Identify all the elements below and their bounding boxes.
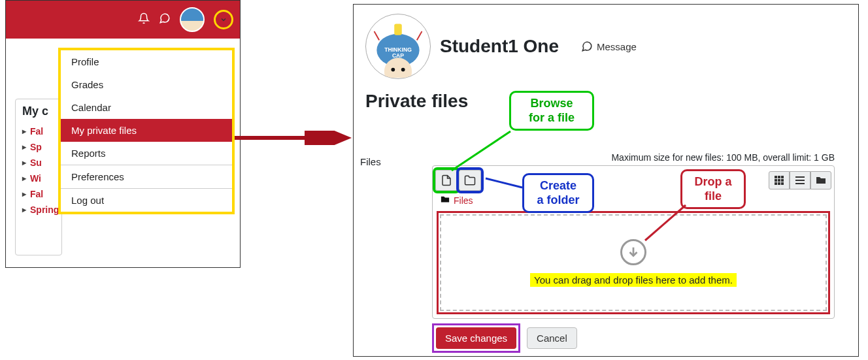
course-link[interactable]: Wi: [22, 173, 55, 184]
course-link[interactable]: Sp: [22, 142, 55, 152]
svg-text:THINKING: THINKING: [384, 46, 412, 53]
private-files-panel: THINKING CAP Student1 One Message Privat…: [353, 4, 859, 357]
user-dropdown: Profile Grades Calendar My private files…: [58, 48, 235, 214]
folder-solid-icon: [816, 175, 826, 186]
top-bar: [6, 1, 240, 39]
svg-rect-17: [778, 182, 780, 185]
message-link[interactable]: Message: [581, 41, 637, 52]
folder-solid-icon: [441, 195, 450, 206]
file-breadcrumb: Files: [433, 192, 834, 210]
svg-line-23: [486, 178, 522, 188]
avatar-large: THINKING CAP: [365, 14, 431, 79]
svg-rect-19: [795, 176, 805, 178]
upload-limit-text: Maximum size for new files: 100 MB, over…: [611, 152, 835, 163]
svg-line-22: [452, 131, 510, 171]
notifications-icon[interactable]: [138, 12, 150, 27]
svg-rect-12: [781, 176, 784, 178]
view-list-button[interactable]: [790, 171, 810, 189]
save-button[interactable]: Save changes: [436, 327, 516, 349]
svg-point-6: [391, 68, 395, 72]
course-link[interactable]: Fal: [22, 189, 55, 199]
course-link[interactable]: Su: [22, 157, 55, 168]
callout-tail: [643, 204, 688, 243]
my-courses-block: My c Fal Sp Su Wi Fal Spring 2020: [15, 99, 62, 255]
callout-drop: Drop a file: [680, 169, 746, 209]
svg-rect-11: [778, 176, 780, 178]
file-icon: [441, 174, 452, 186]
menu-reports[interactable]: Reports: [61, 142, 232, 165]
menu-preferences[interactable]: Preferences: [61, 165, 232, 188]
svg-point-7: [401, 68, 405, 72]
file-dropzone[interactable]: You can drag and drop files here to add …: [440, 214, 827, 311]
highlight-save: Save changes: [432, 323, 520, 353]
nav-panel: Profile Grades Calendar My private files…: [5, 0, 241, 268]
svg-rect-16: [775, 182, 777, 185]
svg-line-8: [375, 31, 380, 40]
svg-rect-14: [778, 179, 780, 182]
callout-tail: [484, 176, 524, 191]
page-title: Private files: [365, 91, 468, 112]
callout-browse: Browse for a file: [509, 91, 594, 131]
cancel-button[interactable]: Cancel: [527, 327, 577, 349]
svg-rect-13: [775, 179, 777, 182]
svg-line-24: [645, 205, 686, 240]
files-field-label: Files: [360, 156, 381, 167]
dropzone-text: You can drag and drop files here to add …: [530, 273, 737, 287]
callout-tail: [448, 129, 514, 174]
speech-bubble-icon: [581, 41, 593, 52]
flow-arrow-icon: [233, 131, 354, 145]
svg-line-9: [417, 31, 422, 40]
svg-rect-21: [795, 183, 805, 184]
svg-rect-10: [775, 176, 777, 178]
svg-rect-20: [795, 180, 805, 181]
folder-icon: [464, 174, 476, 186]
callout-folder: Create a folder: [522, 173, 594, 213]
grid-icon: [774, 175, 784, 186]
menu-grades[interactable]: Grades: [61, 73, 232, 96]
course-link[interactable]: Spring 2020: [22, 205, 55, 215]
messages-icon[interactable]: [159, 12, 171, 27]
menu-private-files[interactable]: My private files: [61, 119, 232, 142]
menu-profile[interactable]: Profile: [61, 50, 232, 73]
menu-calendar[interactable]: Calendar: [61, 96, 232, 119]
list-icon: [795, 175, 805, 186]
profile-name: Student1 One: [440, 36, 559, 57]
svg-rect-15: [781, 179, 784, 182]
svg-rect-4: [394, 24, 402, 35]
breadcrumb-root[interactable]: Files: [454, 195, 473, 206]
course-link[interactable]: Fal: [22, 126, 55, 137]
view-icons-button[interactable]: [769, 171, 790, 189]
svg-rect-18: [781, 182, 784, 185]
my-courses-heading: My c: [22, 105, 55, 118]
avatar[interactable]: [180, 7, 205, 32]
view-tree-button[interactable]: [810, 171, 831, 189]
menu-logout[interactable]: Log out: [61, 189, 232, 212]
user-menu-toggle[interactable]: [214, 10, 233, 29]
